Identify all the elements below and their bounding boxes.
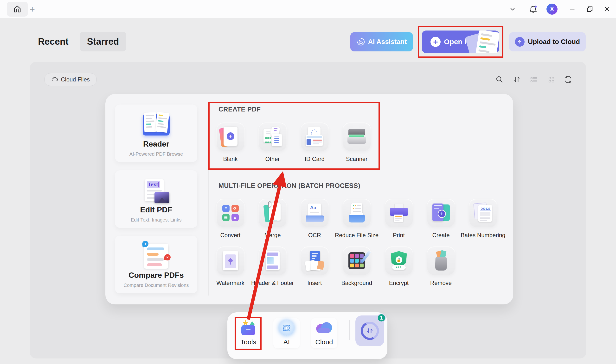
new-tab-button[interactable]: + (27, 4, 38, 14)
sort-button[interactable] (511, 74, 523, 86)
upload-arrow-icon (515, 37, 525, 47)
list-view-button[interactable] (528, 74, 540, 86)
encrypt-tile[interactable]: 🔒 *** Encrypt (378, 247, 420, 286)
create-pdf-row: + Blank Other (209, 123, 378, 162)
upload-to-cloud-label: Upload to Cloud (528, 38, 580, 46)
merge-label: Merge (264, 232, 280, 239)
compare-pdfs-subtitle: Compare Document Revisions (124, 283, 189, 288)
print-label: Print (393, 232, 405, 239)
convert-tile[interactable]: ≡ ⟳ ▦ ▲ Convert (209, 199, 252, 239)
reader-subtitle: AI-Powered PDF Browse (129, 151, 183, 157)
watermark-icon (216, 247, 245, 275)
ai-assistant-button[interactable]: AI Assistant (350, 32, 413, 52)
pdf-app-window: + X Recent Starred AI (0, 0, 616, 364)
blank-icon: + (216, 123, 245, 151)
watermark-label: Watermark (216, 280, 244, 286)
ai-assistant-label: AI Assistant (368, 38, 407, 46)
reader-card[interactable]: Reader AI-Powered PDF Browse (115, 104, 197, 162)
panel-divider (208, 104, 209, 296)
reduce-file-size-icon (343, 199, 371, 227)
create-id-card-tile[interactable]: ID Card (294, 123, 336, 162)
encrypt-label: Encrypt (389, 280, 409, 286)
titlebar-divider (563, 6, 563, 13)
remove-icon (427, 247, 455, 275)
other-label: Other (265, 156, 280, 162)
reduce-file-size-label: Reduce File Size (335, 232, 378, 239)
ocr-icon-text: Aa (310, 205, 316, 210)
titlebar-chevron-button[interactable] (507, 4, 518, 15)
tab-recent[interactable]: Recent (38, 37, 69, 47)
dock-separator (350, 320, 350, 340)
open-file-button[interactable]: + Open File (422, 30, 499, 53)
scanner-label: Scanner (346, 156, 367, 162)
close-button[interactable] (602, 4, 613, 15)
create-scanner-tile[interactable]: Scanner (336, 123, 378, 162)
ocr-tile[interactable]: Aa OCR (294, 199, 336, 239)
encrypt-password-text: *** (392, 265, 406, 270)
restore-icon (586, 5, 594, 13)
bates-numbering-tile[interactable]: 000123 Bates Numbering (462, 199, 504, 239)
multi-file-section-title: MULTI-FILE OPERATION (BATCH PROCESS) (219, 182, 360, 190)
bates-numbering-icon: 000123 (469, 199, 497, 227)
edit-pdf-subtitle: Edit Text, Images, Links (131, 217, 182, 223)
restore-button[interactable] (584, 4, 595, 15)
transfer-progress-icon (358, 319, 381, 342)
avatar[interactable]: X (546, 4, 558, 15)
upload-to-cloud-button[interactable]: Upload to Cloud (509, 32, 586, 52)
create-other-tile[interactable]: Other (252, 123, 294, 162)
edit-pdf-card[interactable]: Text| Edit PDF Edit Text, Images, Links (115, 170, 197, 228)
sort-icon (513, 75, 521, 84)
remove-tile[interactable]: Remove (420, 247, 462, 286)
background-tile[interactable]: Background (336, 247, 378, 286)
id-card-icon (301, 123, 329, 151)
home-tab[interactable] (7, 2, 28, 17)
cloud-colored-icon (316, 318, 332, 338)
bell-icon (529, 5, 538, 13)
insert-tile[interactable]: Insert (294, 247, 336, 286)
minimize-button[interactable] (567, 4, 578, 15)
id-card-label: ID Card (305, 156, 325, 162)
cloud-files-button[interactable]: Cloud Files (44, 73, 97, 86)
grid-view-button[interactable] (545, 74, 557, 86)
convert-label: Convert (220, 232, 240, 239)
multi-file-row-1: ≡ ⟳ ▦ ▲ Convert Merge Aa OCR (209, 199, 504, 239)
minimize-icon (569, 6, 576, 13)
dock-tools-label: Tools (240, 338, 256, 346)
refresh-icon (563, 75, 573, 84)
reader-book-icon (143, 111, 170, 139)
create-pdf-section-title: CREATE PDF (219, 106, 261, 113)
reduce-file-size-tile[interactable]: Reduce File Size (336, 199, 378, 239)
dock-ai-button[interactable]: AI (273, 318, 300, 348)
compare-pdfs-icon: + × (144, 242, 168, 270)
insert-label: Insert (307, 280, 322, 286)
print-icon (385, 199, 413, 227)
dock-tools-button[interactable]: Tools (235, 318, 262, 348)
other-documents-icon (258, 123, 287, 151)
dock-cloud-button[interactable]: Cloud (311, 318, 337, 348)
search-button[interactable] (493, 74, 505, 86)
background-label: Background (341, 280, 372, 286)
avatar-letter: X (550, 6, 554, 13)
create-blank-tile[interactable]: + Blank (209, 123, 252, 162)
compare-pdfs-card[interactable]: + × Compare PDFs Compare Document Revisi… (115, 236, 197, 293)
merge-tile[interactable]: Merge (252, 199, 294, 239)
print-tile[interactable]: Print (378, 199, 420, 239)
header-footer-tile[interactable]: Header & Footer (252, 247, 294, 286)
create-label: Create (432, 232, 449, 239)
blank-label: Blank (223, 156, 238, 162)
notifications-button[interactable] (528, 4, 539, 15)
edit-pdf-icon: Text| (143, 177, 169, 205)
ai-swirl-icon (357, 38, 365, 46)
header-footer-label: Header & Footer (251, 280, 294, 286)
compare-add-pin-icon: + (142, 240, 149, 247)
create-tile[interactable]: + Create (420, 199, 462, 239)
ai-icon (279, 318, 294, 338)
tab-starred[interactable]: Starred (80, 32, 126, 52)
bates-numbering-label: Bates Numbering (461, 232, 505, 239)
compare-delete-pin-icon: × (164, 254, 171, 261)
dock-transfer-button[interactable]: 1 (355, 315, 384, 346)
refresh-button[interactable] (562, 74, 574, 86)
titlebar: + X (0, 0, 616, 18)
watermark-tile[interactable]: Watermark (209, 247, 252, 286)
list-view-icon (529, 75, 539, 84)
